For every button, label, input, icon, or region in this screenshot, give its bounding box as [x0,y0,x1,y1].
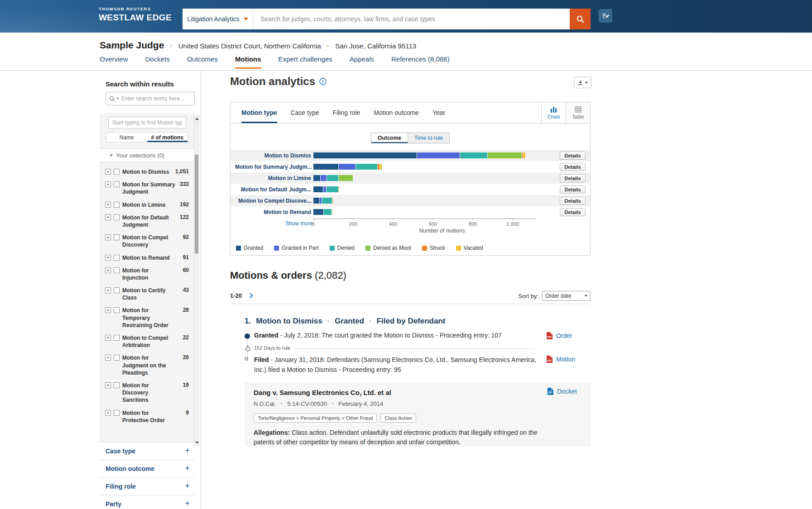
analytics-tab-motion-outcome[interactable]: Motion outcome [374,102,419,123]
docket-link-label[interactable]: Docket [557,388,577,395]
bar-segment-denied[interactable] [356,164,377,170]
bar-segment-granted[interactable] [313,186,323,192]
info-icon[interactable] [319,78,327,85]
bar-segment-struck[interactable] [378,164,380,170]
expand-icon[interactable]: + [105,181,111,187]
bar-segment-denied-as-moot[interactable] [488,152,522,158]
checkbox[interactable] [114,287,120,293]
expand-icon[interactable]: + [105,382,111,388]
checkbox[interactable] [114,382,120,388]
checkbox[interactable] [114,410,120,416]
profile-tab-references-8-088[interactable]: References (8,088) [391,55,449,69]
profile-tab-outcomes[interactable]: Outcomes [187,55,218,69]
bar-segment-denied[interactable] [327,175,338,181]
checkbox[interactable] [114,335,120,341]
docket-link[interactable]: Docket [548,388,577,395]
chart-view-button[interactable]: Chart [541,102,566,123]
order-document-link[interactable]: PDF Order [547,332,572,339]
chevron-down-icon[interactable] [116,98,119,100]
bar-segment-denied[interactable] [322,198,332,204]
expand-icon[interactable]: + [105,307,111,313]
motion-document-link[interactable]: PDF Motion [547,356,575,363]
details-button[interactable]: Details [560,174,586,182]
table-view-button[interactable]: Table [566,102,590,123]
analytics-tab-year[interactable]: Year [432,102,445,123]
bar-segment-vacated[interactable] [332,198,333,204]
list-tab-of-motions[interactable]: # of motions [147,133,188,142]
expand-icon[interactable]: + [105,234,111,240]
bar-segment-granted[interactable] [313,152,417,158]
bar-segment-struck[interactable] [522,152,523,158]
expand-icon[interactable]: + [105,287,111,293]
analytics-tab-motion-type[interactable]: Motion type [241,102,277,123]
bar-segment-granted-in-part[interactable] [339,164,356,170]
show-more-link[interactable]: Show more [285,220,311,227]
checkbox[interactable] [114,202,120,208]
checkbox[interactable] [114,181,120,187]
scroll-up-icon[interactable] [195,118,199,120]
bar-segment-vacated[interactable] [524,152,525,158]
bar-segment-vacated[interactable] [380,164,382,170]
bar-segment-granted[interactable] [313,209,323,215]
bar-segment-denied-as-moot[interactable] [339,175,353,181]
bar-segment-granted[interactable] [313,198,319,204]
details-button[interactable]: Details [560,186,586,194]
brand-logo[interactable]: THOMSON REUTERS WESTLAW EDGE [99,7,172,23]
expand-icon[interactable]: + [105,355,111,361]
bar-segment-granted[interactable] [313,164,338,170]
profile-tab-appeals[interactable]: Appeals [350,55,374,69]
expand-icon[interactable]: + [105,255,111,261]
analytics-tab-filing-role[interactable]: Filing role [333,102,360,123]
checkbox[interactable] [114,355,120,361]
profile-tab-expert-challenges[interactable]: Expert challenges [279,55,332,69]
order-link-label[interactable]: Order [556,332,572,339]
details-button[interactable]: Details [560,152,586,160]
your-selections-toggle[interactable]: Your selections (0) [100,148,194,162]
bar-segment-denied[interactable] [324,209,332,215]
expand-icon[interactable]: + [105,267,111,273]
profile-tab-overview[interactable]: Overview [100,55,128,69]
details-button[interactable]: Details [560,163,586,171]
bar-segment-granted[interactable] [313,175,320,181]
expand-icon[interactable]: + [105,214,111,220]
bar-segment-granted-in-part[interactable] [321,175,327,181]
checkbox[interactable] [114,234,120,240]
bar-segment-granted-in-part[interactable] [320,198,322,204]
sort-select[interactable]: Order date [542,291,591,301]
facet-filing-role[interactable]: Filing role+ [100,478,194,495]
download-button[interactable] [574,77,591,88]
profile-tab-motions[interactable]: Motions [235,55,261,69]
expand-icon[interactable]: + [105,335,111,341]
global-search-input[interactable] [253,9,570,29]
search-within-results-input[interactable] [120,95,191,102]
bar-segment-vacated[interactable] [339,186,339,192]
expand-icon[interactable]: + [105,202,111,208]
scrollbar-thumb[interactable] [195,154,198,254]
facet-motion-outcome[interactable]: Motion outcome+ [100,460,194,478]
bar-segment-granted-in-part[interactable] [417,152,460,158]
checkbox[interactable] [114,169,120,175]
motion-type-filter-input[interactable] [108,117,186,128]
facet-case-type[interactable]: Case type+ [100,442,194,460]
bar-segment-denied[interactable] [327,186,338,192]
checkbox[interactable] [114,214,120,220]
toggle-time-to-rule[interactable]: Time to rule [408,133,449,143]
checkbox[interactable] [114,307,120,313]
details-button[interactable]: Details [560,197,586,205]
next-page-icon[interactable] [249,293,253,299]
toggle-outcome[interactable]: Outcome [371,133,408,143]
bar-segment-denied[interactable] [460,152,487,158]
motion-link-label[interactable]: Motion [556,356,575,363]
research-list-button[interactable] [599,9,612,23]
product-selector-dropdown[interactable]: Litigation Analytics [183,9,253,29]
checkbox[interactable] [114,255,120,261]
sidebar-scrollbar[interactable] [194,115,199,446]
bar-segment-vacated[interactable] [332,209,332,215]
scroll-down-icon[interactable] [195,442,199,444]
expand-icon[interactable]: + [105,410,111,416]
details-button[interactable]: Details [560,208,586,216]
analytics-tab-case-type[interactable]: Case type [291,102,319,123]
bar-segment-granted-in-part[interactable] [323,186,326,192]
search-button[interactable] [570,9,591,29]
list-tab-name[interactable]: Name [106,133,147,142]
